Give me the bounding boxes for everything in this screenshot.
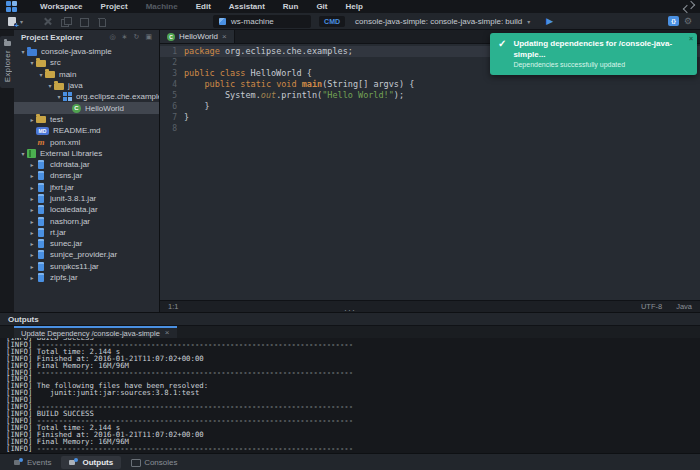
paste-icon[interactable] bbox=[79, 17, 88, 26]
tree-item-console-java-simple[interactable]: ▾console-java-simple bbox=[14, 46, 159, 57]
tree-item-helloworld[interactable]: CHelloWorld bbox=[14, 102, 159, 113]
new-item-button[interactable]: ▾ bbox=[8, 17, 23, 26]
expander-icon[interactable]: ▾ bbox=[28, 59, 36, 66]
che-logo-icon[interactable] bbox=[6, 1, 17, 12]
close-icon[interactable]: × bbox=[689, 35, 693, 42]
menu-help[interactable]: Help bbox=[336, 0, 371, 13]
tree-item-junit-3-8-1-jar[interactable]: ▸junit-3.8.1.jar bbox=[14, 193, 159, 204]
expander-icon[interactable]: ▸ bbox=[28, 274, 36, 281]
splitter-drag-handle[interactable]: ··· bbox=[344, 306, 356, 314]
expander-icon[interactable]: ▸ bbox=[28, 172, 36, 179]
tree-item-sunec-jar[interactable]: ▸sunec.jar bbox=[14, 238, 159, 249]
expander-icon[interactable]: ▾ bbox=[46, 82, 54, 89]
jar-icon bbox=[38, 250, 44, 259]
project-tree: ▾console-java-simple▾src▾main▾java▾org.e… bbox=[14, 44, 159, 312]
menu-run[interactable]: Run bbox=[274, 0, 308, 13]
code-line[interactable]: 4 public static void main(String[] argvs… bbox=[160, 79, 700, 90]
tree-item-dnsns-jar[interactable]: ▸dnsns.jar bbox=[14, 170, 159, 181]
expander-icon[interactable]: ▾ bbox=[19, 150, 27, 157]
tree-item-external-libraries[interactable]: ▾External Libraries bbox=[14, 148, 159, 159]
encoding-indicator[interactable]: UTF-8 bbox=[641, 302, 662, 311]
tree-item-pom-xml[interactable]: mpom.xml bbox=[14, 136, 159, 147]
bottom-tabs: EventsOutputsConsoles bbox=[6, 456, 186, 469]
tree-item-localedata-jar[interactable]: ▸localedata.jar bbox=[14, 204, 159, 215]
machine-cube-icon bbox=[219, 18, 226, 25]
menu-assistant[interactable]: Assistant bbox=[220, 0, 274, 13]
expander-icon[interactable]: ▾ bbox=[19, 48, 27, 55]
expander-icon[interactable]: ▸ bbox=[28, 251, 36, 258]
tree-item-java[interactable]: ▾java bbox=[14, 80, 159, 91]
expander-icon[interactable]: ▸ bbox=[28, 161, 36, 168]
tree-item-rt-jar[interactable]: ▸rt.jar bbox=[14, 227, 159, 238]
collapse-all-icon[interactable]: ∗ bbox=[119, 30, 131, 44]
tree-item-nashorn-jar[interactable]: ▸nashorn.jar bbox=[14, 215, 159, 226]
tree-item-src[interactable]: ▾src bbox=[14, 57, 159, 68]
expander-icon[interactable]: ▸ bbox=[28, 240, 36, 247]
expander-icon[interactable]: ▸ bbox=[28, 229, 36, 236]
dev-machine-button[interactable]: {} bbox=[668, 16, 679, 26]
machine-selector[interactable]: ws-machine bbox=[213, 15, 311, 28]
maximize-icon[interactable]: ▣ bbox=[142, 30, 155, 44]
cut-icon[interactable] bbox=[43, 17, 52, 26]
editor-tab-helloworld[interactable]: C HelloWorld × bbox=[160, 30, 235, 43]
log-line: [INFO] ---------------------------------… bbox=[6, 404, 700, 411]
folder-icon bbox=[4, 41, 11, 46]
markdown-icon: MD bbox=[36, 127, 49, 135]
bottom-tab-consoles[interactable]: Consoles bbox=[123, 456, 185, 469]
menu-machine[interactable]: Machine bbox=[137, 0, 187, 13]
code-line[interactable]: 5 System.out.println("Hello World!"); bbox=[160, 90, 700, 101]
outputs-tab-update-dependency[interactable]: Update Dependency /console-java-simple × bbox=[14, 326, 177, 338]
scroll-from-source-icon[interactable]: ◎ bbox=[107, 30, 119, 44]
tree-item-org-eclipse-che-examples[interactable]: ▾org.eclipse.che.examples bbox=[14, 91, 159, 102]
copy-icon[interactable] bbox=[61, 17, 70, 26]
code-lines[interactable]: 1package org.eclipse.che.examples;23publ… bbox=[160, 44, 700, 300]
close-icon[interactable]: × bbox=[165, 329, 170, 337]
explorer-rail-tab[interactable]: Explorer bbox=[0, 36, 14, 88]
console-log[interactable]: [INFO] BUILD SUCCESS[INFO] -------------… bbox=[0, 338, 700, 453]
close-icon[interactable]: × bbox=[222, 33, 227, 41]
maven-icon: m bbox=[36, 138, 46, 147]
menu-edit[interactable]: Edit bbox=[187, 0, 220, 13]
fullscreen-expand-icon[interactable] bbox=[684, 2, 694, 12]
tree-item-main[interactable]: ▾main bbox=[14, 69, 159, 80]
bottom-tab-events[interactable]: Events bbox=[6, 456, 59, 469]
language-indicator[interactable]: Java bbox=[676, 302, 692, 311]
expander-icon[interactable]: ▸ bbox=[28, 184, 36, 191]
menu-items: WorkspaceProjectMachineEditAssistantRunG… bbox=[31, 0, 372, 13]
tree-item-label: cldrdata.jar bbox=[50, 160, 90, 169]
tree-item-sunjce-provider-jar[interactable]: ▸sunjce_provider.jar bbox=[14, 249, 159, 260]
menu-workspace[interactable]: Workspace bbox=[31, 0, 92, 13]
log-line: [INFO] junit:junit:jar:sources:3.8.1:tes… bbox=[6, 390, 700, 397]
tree-item-test[interactable]: ▸test bbox=[14, 114, 159, 125]
tree-item-sunpkcs11-jar[interactable]: ▸sunpkcs11.jar bbox=[14, 261, 159, 272]
refresh-icon[interactable]: ↻ bbox=[131, 30, 143, 44]
code-line[interactable]: 8 bbox=[160, 123, 700, 134]
menu-git[interactable]: Git bbox=[307, 0, 336, 13]
command-selector-label: console-java-simple: console-java-simple… bbox=[355, 17, 522, 26]
code-line[interactable]: 6 } bbox=[160, 101, 700, 112]
line-number: 3 bbox=[160, 68, 184, 79]
delete-icon[interactable] bbox=[97, 17, 106, 26]
notification-toast[interactable]: ✓ Updating dependencies for /console-jav… bbox=[490, 33, 697, 75]
folder-icon bbox=[54, 83, 64, 90]
cursor-position: 1:1 bbox=[168, 302, 641, 311]
command-selector[interactable]: console-java-simple: console-java-simple… bbox=[351, 15, 534, 28]
menu-project[interactable]: Project bbox=[92, 0, 137, 13]
bottom-tab-outputs[interactable]: Outputs bbox=[61, 456, 121, 469]
tree-item-label: pom.xml bbox=[50, 138, 80, 147]
expander-icon[interactable]: ▸ bbox=[28, 206, 36, 213]
jar-icon bbox=[38, 239, 44, 248]
expander-icon[interactable]: ▾ bbox=[37, 71, 45, 78]
tree-item-cldrdata-jar[interactable]: ▸cldrdata.jar bbox=[14, 159, 159, 170]
run-command-button[interactable]: ▶ bbox=[546, 16, 553, 26]
expander-icon[interactable]: ▸ bbox=[28, 116, 36, 123]
settings-gear-icon[interactable]: ⚙ bbox=[684, 16, 692, 26]
expander-icon[interactable]: ▾ bbox=[55, 93, 63, 100]
expander-icon[interactable]: ▸ bbox=[28, 263, 36, 270]
expander-icon[interactable]: ▸ bbox=[28, 218, 36, 225]
tree-item-jfxrt-jar[interactable]: ▸jfxrt.jar bbox=[14, 182, 159, 193]
tree-item-readme-md[interactable]: MDREADME.md bbox=[14, 125, 159, 136]
expander-icon[interactable]: ▸ bbox=[28, 195, 36, 202]
code-line[interactable]: 7} bbox=[160, 112, 700, 123]
tree-item-zipfs-jar[interactable]: ▸zipfs.jar bbox=[14, 272, 159, 283]
